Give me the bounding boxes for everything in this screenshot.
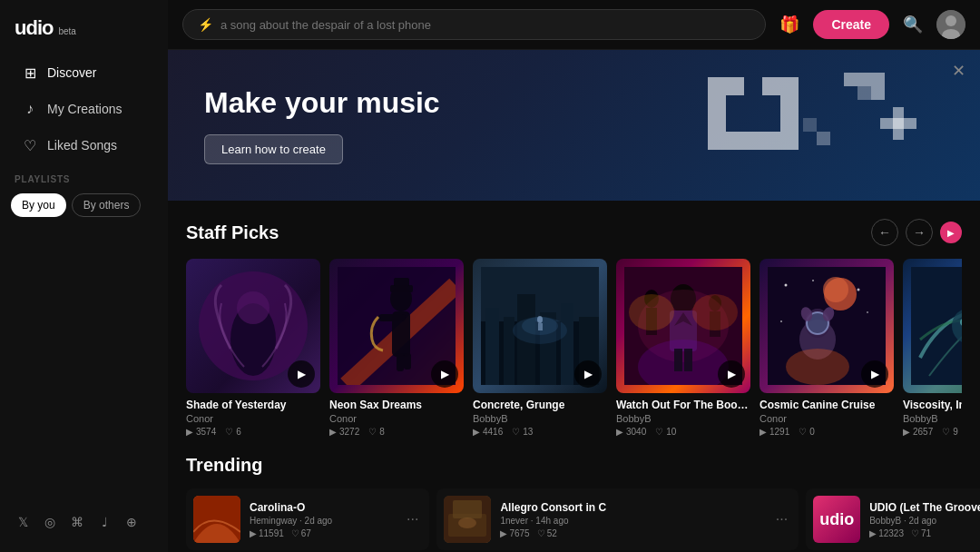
- card-plays-concrete: ▶ 4416: [473, 427, 503, 437]
- heart-icon: ♡: [22, 137, 38, 153]
- trending-meta-allegro: 1never · 14h ago: [500, 516, 762, 526]
- create-button[interactable]: Create: [813, 10, 889, 39]
- trending-item-udio[interactable]: udio UDIO (Let The Groove Be Your Guide)…: [806, 488, 980, 550]
- trending-section: Trending Carolina-O Hemingway ·: [168, 446, 980, 552]
- svg-rect-23: [397, 353, 404, 371]
- scroll-right-button[interactable]: →: [906, 219, 933, 246]
- card-title-viscosity: Viscosity, Instrumental Hip Hop: [903, 399, 962, 411]
- svg-point-53: [785, 284, 788, 287]
- search-input[interactable]: [220, 18, 750, 32]
- svg-point-57: [780, 320, 782, 322]
- avatar[interactable]: [936, 10, 965, 39]
- thumb-carolina: [193, 496, 240, 543]
- svg-rect-51: [684, 349, 692, 371]
- header: ⚡ 🎁 Create 🔍: [168, 0, 980, 50]
- trending-name-udio: UDIO (Let The Groove Be Your Guide) [Ful…: [869, 501, 980, 514]
- content-area: Make your music Learn how to create: [168, 50, 980, 552]
- playlist-btn-by-others[interactable]: By others: [72, 193, 142, 217]
- svg-rect-14: [803, 118, 817, 132]
- twitter-icon[interactable]: 𝕏: [15, 514, 31, 530]
- sidebar-item-discover[interactable]: ⊞ Discover: [7, 55, 161, 90]
- card-stats-cosmic: ▶ 1291 ♡ 0: [760, 427, 894, 437]
- trending-more-carolina[interactable]: ···: [403, 508, 422, 531]
- card-image-boogleman: ▶: [616, 259, 750, 393]
- search-bar[interactable]: ⚡: [182, 9, 766, 40]
- card-neon-sax-dreams[interactable]: ▶ Neon Sax Dreams Conor ▶ 3272 ♡ 8: [329, 259, 464, 437]
- card-play-concrete[interactable]: ▶: [574, 360, 602, 388]
- card-title-boogleman: Watch Out For The Boogleman, ...: [616, 399, 750, 411]
- sidebar-item-liked-songs[interactable]: ♡ Liked Songs: [7, 128, 161, 163]
- svg-rect-3: [708, 77, 726, 150]
- card-author-concrete: BobbyB: [473, 413, 607, 424]
- discover-icon: ⊞: [22, 64, 38, 81]
- card-boogleman[interactable]: ▶ Watch Out For The Boogleman, ... Bobby…: [616, 259, 750, 437]
- playlist-buttons-area: By you By others: [0, 190, 168, 221]
- card-title-concrete: Concrete, Grunge: [473, 399, 607, 411]
- search-icon[interactable]: 🔍: [898, 10, 927, 39]
- card-shade-of-yesterday[interactable]: ▶ Shade of Yesterday Conor ▶ 3574 ♡ 6: [186, 259, 320, 437]
- reddit-icon[interactable]: ⊕: [123, 514, 140, 530]
- svg-rect-4: [726, 77, 744, 95]
- card-plays-shade: ▶ 3574: [186, 427, 216, 437]
- sidebar-item-my-creations[interactable]: ♪ My Creations: [7, 92, 161, 126]
- svg-point-56: [867, 311, 868, 313]
- trending-meta-udio: BobbyB · 2d ago: [869, 516, 980, 526]
- gift-icon[interactable]: 🎁: [775, 10, 804, 39]
- my-creations-label: My Creations: [47, 102, 122, 116]
- hero-decoration: [581, 68, 926, 182]
- trending-item-carolina[interactable]: Carolina-O Hemingway · 2d ago ▶ 11591 ♡ …: [186, 488, 429, 550]
- svg-rect-12: [893, 107, 904, 140]
- svg-rect-50: [674, 349, 682, 371]
- avatar-image: [936, 10, 965, 39]
- svg-point-54: [812, 280, 814, 281]
- card-concrete-grunge[interactable]: ▶ Concrete, Grunge BobbyB ▶ 4416 ♡ 13: [473, 259, 607, 437]
- trending-more-allegro[interactable]: ···: [772, 508, 791, 531]
- thumb-allegro: [444, 496, 491, 543]
- tiktok-icon[interactable]: ♩: [96, 514, 113, 530]
- svg-point-55: [858, 289, 860, 291]
- lightning-icon: ⚡: [198, 17, 213, 32]
- trending-plays-udio: ▶ 12323: [869, 528, 904, 538]
- staff-picks-title: Staff Picks: [186, 222, 279, 243]
- card-author-shade: Conor: [186, 413, 320, 424]
- card-cosmic-canine[interactable]: ▶ Cosmic Canine Cruise Conor ▶ 1291 ♡ 0: [760, 259, 894, 437]
- card-plays-boogleman: ▶ 3040: [616, 427, 646, 437]
- card-likes-neon: ♡ 8: [368, 427, 385, 437]
- learn-how-button[interactable]: Learn how to create: [204, 134, 343, 164]
- playlists-label: PLAYLISTS: [0, 163, 168, 190]
- hero-svg-art: [581, 68, 926, 186]
- svg-point-65: [786, 349, 849, 385]
- staff-picks-nav: ← → ▶: [871, 219, 962, 246]
- trending-info-allegro: Allegro Consort in C 1never · 14h ago ▶ …: [500, 501, 762, 538]
- udio-logo-thumb: udio: [813, 496, 860, 543]
- trending-likes-allegro: ♡ 52: [537, 528, 557, 538]
- scroll-indicator: ▶: [940, 222, 962, 243]
- card-play-shade[interactable]: ▶: [288, 360, 315, 388]
- card-author-neon: Conor: [329, 413, 464, 424]
- card-play-cosmic[interactable]: ▶: [861, 360, 888, 388]
- svg-rect-24: [404, 353, 411, 370]
- instagram-icon[interactable]: ◎: [42, 514, 58, 530]
- trending-likes-udio: ♡ 71: [911, 528, 931, 538]
- discord-icon[interactable]: ⌘: [69, 514, 85, 530]
- card-play-boogleman[interactable]: ▶: [718, 360, 745, 388]
- trending-info-udio: UDIO (Let The Groove Be Your Guide) [Ful…: [869, 501, 980, 538]
- card-play-neon[interactable]: ▶: [431, 360, 458, 388]
- card-image-shade: ▶: [186, 259, 320, 393]
- card-image-concrete: ▶: [473, 259, 607, 393]
- main-content: ⚡ 🎁 Create 🔍 Make your music Learn how t…: [168, 0, 980, 552]
- card-stats-neon: ▶ 3272 ♡ 8: [329, 427, 464, 437]
- scroll-left-button[interactable]: ←: [871, 219, 898, 246]
- card-likes-concrete: ♡ 13: [512, 427, 533, 437]
- sidebar: udio beta ⊞ Discover ♪ My Creations ♡ Li…: [0, 0, 168, 552]
- svg-point-47: [629, 294, 674, 330]
- svg-rect-9: [871, 73, 885, 100]
- playlist-btn-by-you[interactable]: By you: [11, 193, 66, 217]
- svg-point-76: [458, 518, 476, 528]
- trending-plays-carolina: ▶ 11591: [250, 528, 284, 538]
- trending-item-allegro[interactable]: Allegro Consort in C 1never · 14h ago ▶ …: [436, 488, 799, 550]
- hero-banner: Make your music Learn how to create: [168, 50, 980, 201]
- card-title-neon: Neon Sax Dreams: [329, 399, 464, 411]
- hero-close-button[interactable]: ✕: [952, 61, 965, 81]
- card-viscosity[interactable]: ▶ Viscosity, Instrumental Hip Hop BobbyB…: [903, 259, 962, 437]
